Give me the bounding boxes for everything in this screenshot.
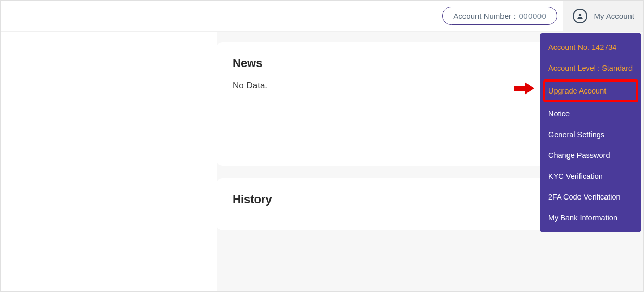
menu-notice[interactable]: Notice [540, 103, 641, 124]
user-icon [573, 9, 587, 23]
menu-change-password[interactable]: Change Password [540, 145, 641, 166]
menu-upgrade-account[interactable]: Upgrade Account [544, 81, 637, 101]
account-number-value: 000000 [519, 11, 546, 20]
svg-point-0 [579, 14, 582, 16]
my-account-button[interactable]: My Account [563, 1, 643, 31]
my-account-label: My Account [594, 11, 634, 20]
arrow-indicator-icon [514, 82, 535, 95]
menu-kyc-verification[interactable]: KYC Verification [540, 166, 641, 187]
menu-2fa-verification[interactable]: 2FA Code Verification [540, 187, 641, 207]
menu-bank-information[interactable]: My Bank Information [540, 207, 641, 228]
menu-general-settings[interactable]: General Settings [540, 124, 641, 145]
account-number-pill: Account Number : 000000 [442, 7, 557, 25]
menu-account-level[interactable]: Account Level : Standard [540, 58, 641, 78]
header: Account Number : 000000 My Account [1, 1, 643, 32]
my-account-dropdown: Account No. 142734 Account Level : Stand… [540, 33, 641, 232]
account-number-label: Account Number : [453, 11, 516, 20]
menu-account-no[interactable]: Account No. 142734 [540, 37, 641, 58]
